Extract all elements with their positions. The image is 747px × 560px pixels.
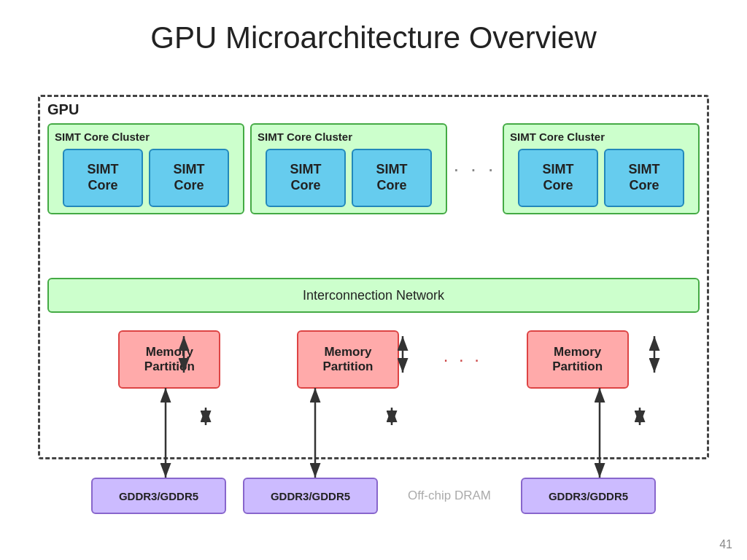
- memory-partition-1: MemoryPartition: [118, 330, 220, 389]
- cluster-1-label: SIMT Core Cluster: [55, 131, 150, 143]
- cluster-2-label: SIMT Core Cluster: [258, 131, 352, 143]
- page-number: 41: [719, 538, 732, 551]
- simt-cluster-1: SIMT Core Cluster SIMTCore SIMTCore: [47, 123, 244, 214]
- memory-row: MemoryPartition MemoryPartition · · · Me…: [47, 330, 700, 389]
- gddr-box-3: GDDR3/GDDR5: [521, 478, 656, 514]
- simt-core-3-2: SIMTCore: [604, 149, 684, 207]
- memory-partition-3: MemoryPartition: [527, 330, 629, 389]
- simt-core-1-2: SIMTCore: [149, 149, 229, 207]
- gddr-row: GDDR3/GDDR5 GDDR3/GDDR5 Off-chip DRAM GD…: [38, 478, 709, 514]
- memory-dots: · · ·: [426, 349, 499, 370]
- gpu-container: GPU SIMT Core Cluster SIMTCore SIMTCore …: [38, 95, 709, 459]
- simt-core-2-2: SIMTCore: [352, 149, 432, 207]
- gddr-box-2: GDDR3/GDDR5: [243, 478, 378, 514]
- simt-core-2-1: SIMTCore: [266, 149, 346, 207]
- gddr-box-1: GDDR3/GDDR5: [91, 478, 226, 514]
- clusters-row: SIMT Core Cluster SIMTCore SIMTCore SIMT…: [47, 123, 700, 214]
- cluster-1-cores: SIMTCore SIMTCore: [55, 149, 237, 207]
- cluster-dots: · · ·: [453, 123, 497, 214]
- interconnect-row: Interconnection Network: [47, 278, 700, 313]
- simt-core-3-1: SIMTCore: [518, 149, 598, 207]
- simt-core-1-1: SIMTCore: [63, 149, 143, 207]
- page-title: GPU Microarchitecture Overview: [0, 0, 747, 69]
- cluster-3-cores: SIMTCore SIMTCore: [510, 149, 692, 207]
- interconnect-box: Interconnection Network: [47, 278, 700, 313]
- offchip-label: Off-chip DRAM: [395, 489, 504, 503]
- cluster-3-label: SIMT Core Cluster: [510, 131, 605, 143]
- gpu-label: GPU: [47, 101, 79, 118]
- simt-cluster-3: SIMT Core Cluster SIMTCore SIMTCore: [503, 123, 700, 214]
- simt-cluster-2: SIMT Core Cluster SIMTCore SIMTCore: [250, 123, 447, 214]
- memory-partition-2: MemoryPartition: [297, 330, 399, 389]
- cluster-2-cores: SIMTCore SIMTCore: [258, 149, 440, 207]
